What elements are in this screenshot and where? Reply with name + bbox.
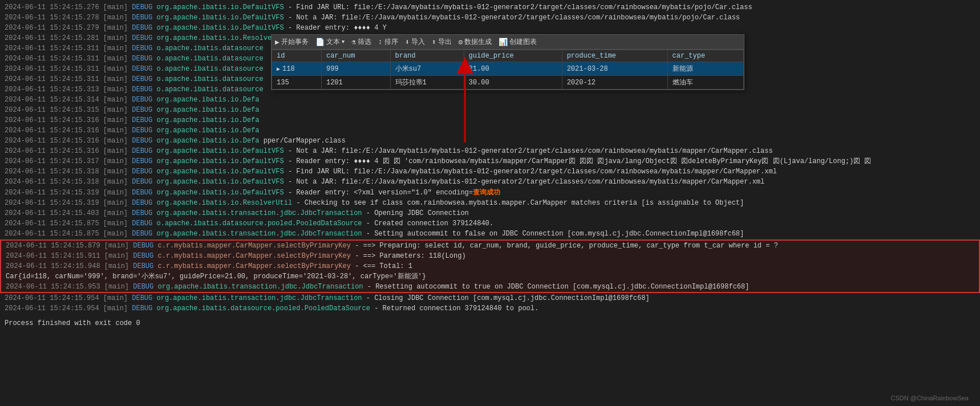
cell-brand: 玛莎拉蒂1	[390, 76, 464, 90]
cell-brand: 小米su7	[390, 62, 464, 76]
cell-car-num: 999	[321, 62, 390, 76]
col-header-car-num: car_num	[321, 50, 390, 62]
col-header-car-type: car_type	[667, 50, 743, 62]
toolbar-btn-sort[interactable]: ↕ 排序	[378, 37, 398, 47]
highlighted-section: 2024-06-11 15:24:15.879 [main] DEBUG c.r…	[0, 239, 980, 293]
col-header-produce-time: produce_time	[562, 50, 667, 62]
db-result-overlay: ▶ 开始事务 📄 文本 ▼ ⚗ 筛选 ↕ 排序 ⬇ 导入 ⬆ 导出 ⚙ 数据生成	[271, 34, 744, 90]
cell-guide-price: 30.00	[464, 76, 562, 90]
toolbar-btn-start-transaction[interactable]: ▶ 开始事务	[275, 37, 309, 47]
db-table: id car_num brand guide_price produce_tim…	[272, 50, 744, 90]
log-line-result: Car{id=118, carNum='999', brand='小米su7',…	[1, 271, 979, 282]
log-line: 2024-06-11 15:24:15.875 [main] DEBUG o.a…	[0, 218, 980, 229]
chart-icon: 📊	[499, 38, 508, 47]
csdn-watermark: CSDN @ChinaRainbowSea	[890, 395, 969, 401]
process-finished: Process finished with exit code 0	[0, 316, 980, 331]
sort-icon: ↕	[378, 38, 383, 46]
toolbar-btn-filter[interactable]: ⚗ 筛选	[351, 37, 371, 47]
cell-car-type: 燃油车	[667, 76, 743, 90]
toolbar-btn-chart[interactable]: 📊 创建图表	[499, 37, 537, 47]
log-line-highlighted: 2024-06-11 15:24:15.879 [main] DEBUG c.r…	[1, 241, 979, 251]
toolbar-btn-text[interactable]: 📄 文本 ▼	[315, 37, 345, 47]
log-line: 2024-06-11 15:24:15.318 [main] DEBUG org…	[0, 167, 980, 177]
toolbar-btn-export[interactable]: ⬆ 导出	[432, 37, 452, 47]
db-toolbar: ▶ 开始事务 📄 文本 ▼ ⚗ 筛选 ↕ 排序 ⬇ 导入 ⬆ 导出 ⚙ 数据生成	[272, 35, 744, 50]
cell-produce-time: 2021-03-28	[562, 62, 667, 76]
log-line: 2024-06-11 15:24:15.954 [main] DEBUG org…	[0, 303, 980, 314]
log-line-highlighted: 2024-06-11 15:24:15.953 [main] DEBUG org…	[1, 282, 979, 292]
log-line-highlighted: 2024-06-11 15:24:15.911 [main] DEBUG c.r…	[1, 251, 979, 261]
log-line: 2024-06-11 15:24:15.279 [main] DEBUG org…	[0, 23, 980, 33]
cell-id: 135	[272, 76, 322, 90]
toolbar-btn-import[interactable]: ⬇ 导入	[405, 37, 425, 47]
cell-id: ▶118	[272, 62, 322, 76]
log-line: 2024-06-11 15:24:15.318 [main] DEBUG org…	[0, 177, 980, 187]
log-line-highlighted: 2024-06-11 15:24:15.948 [main] DEBUG c.r…	[1, 261, 979, 271]
log-line: 2024-06-11 15:24:15.954 [main] DEBUG org…	[0, 293, 980, 303]
log-line: 2024-06-11 15:24:15.315 [main] DEBUG org…	[0, 105, 980, 115]
log-line: 2024-06-11 15:24:15.316 [main] DEBUG org…	[0, 125, 980, 136]
log-line: 2024-06-11 15:24:15.278 [main] DEBUG org…	[0, 13, 980, 23]
cell-guide-price: 21.00	[464, 62, 562, 76]
log-line: 2024-06-11 15:24:15.276 [main] DEBUG org…	[0, 2, 980, 13]
generate-icon: ⚙	[459, 38, 463, 47]
log-line: 2024-06-11 15:24:15.316 [main] DEBUG org…	[0, 146, 980, 156]
filter-icon: ⚗	[351, 38, 356, 47]
cell-car-type: 新能源	[667, 62, 743, 76]
export-icon: ⬆	[432, 38, 436, 47]
col-header-brand: brand	[390, 50, 464, 62]
col-header-id: id	[272, 50, 322, 62]
log-line: 2024-06-11 15:24:15.875 [main] DEBUG org…	[0, 229, 980, 239]
log-line: 2024-06-11 15:24:15.319 [main] DEBUG org…	[0, 187, 980, 198]
query-success-inline: 查询成功	[473, 188, 500, 196]
table-row[interactable]: 135 1201 玛莎拉蒂1 30.00 2020-12 燃油车	[272, 76, 744, 90]
log-line: 2024-06-11 15:24:15.314 [main] DEBUG org…	[0, 95, 980, 105]
import-icon: ⬇	[405, 38, 410, 47]
table-row[interactable]: ▶118 999 小米su7 21.00 2021-03-28 新能源	[272, 62, 744, 76]
log-line: 2024-06-11 15:24:15.316 [main] DEBUG org…	[0, 115, 980, 125]
play-icon: ▶	[275, 38, 280, 47]
col-header-guide-price: guide_price	[464, 50, 562, 62]
cell-produce-time: 2020-12	[562, 76, 667, 90]
cell-car-num: 1201	[321, 76, 390, 90]
log-line: 2024-06-11 15:24:15.316 [main] DEBUG org…	[0, 136, 980, 146]
text-icon: 📄	[315, 38, 325, 47]
log-line: 2024-06-11 15:24:15.319 [main] DEBUG org…	[0, 198, 980, 208]
toolbar-btn-generate[interactable]: ⚙ 数据生成	[459, 37, 492, 47]
log-line: 2024-06-11 15:24:15.403 [main] DEBUG org…	[0, 208, 980, 218]
log-line: 2024-06-11 15:24:15.317 [main] DEBUG org…	[0, 156, 980, 167]
